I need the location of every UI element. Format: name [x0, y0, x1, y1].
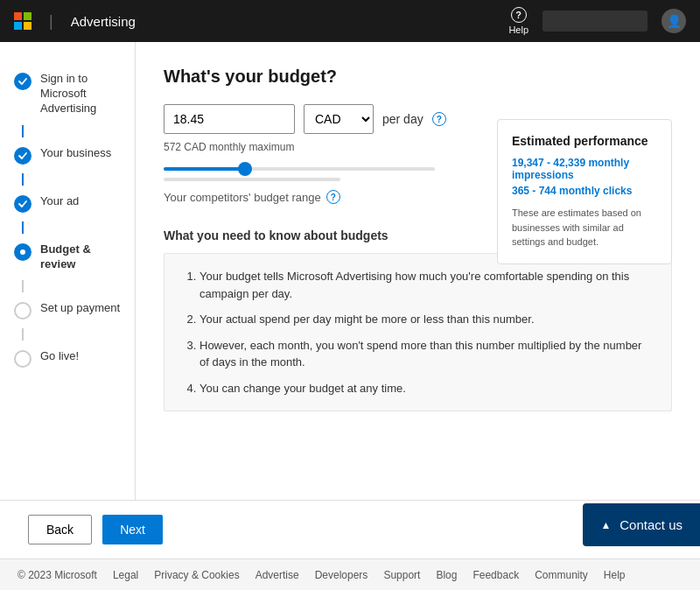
step-inactive-icon	[14, 350, 32, 368]
footer-link-support[interactable]: Support	[383, 569, 420, 581]
sidebar-label-budget-review: Budget & review	[40, 242, 121, 272]
performance-impressions: 19,347 - 42,339 monthly impressions	[512, 157, 657, 181]
page-title: What's your budget?	[164, 67, 672, 87]
sidebar-item-your-business[interactable]: Your business	[0, 137, 135, 173]
main-layout: Sign in to Microsoft Advertising Your bu…	[0, 42, 700, 500]
budget-info-list: Your budget tells Microsoft Advertising …	[164, 253, 672, 411]
currency-select[interactable]: CAD USD	[304, 104, 374, 134]
sidebar-item-budget-review[interactable]: Budget & review	[0, 234, 135, 281]
help-label: Help	[508, 25, 528, 35]
help-icon: ?	[511, 7, 527, 23]
footer-link-community[interactable]: Community	[535, 569, 588, 581]
header-logo: | Advertising	[14, 12, 136, 31]
budget-slider-container	[164, 167, 435, 181]
budget-info-item-1: Your budget tells Microsoft Advertising …	[200, 268, 654, 302]
microsoft-logo	[14, 12, 32, 30]
sidebar-item-payment[interactable]: Set up payment	[0, 292, 135, 328]
footer-link-advertise[interactable]: Advertise	[256, 569, 299, 581]
back-button[interactable]: Back	[28, 515, 92, 544]
budget-info-item-4: You can change your budget at any time.	[200, 380, 654, 397]
contact-us-button[interactable]: ▲ Contact us	[583, 503, 700, 546]
help-button[interactable]: ? Help	[508, 7, 528, 35]
connector-1	[22, 125, 24, 137]
step-active-icon	[14, 243, 32, 261]
contact-chevron-icon: ▲	[600, 519, 611, 531]
performance-note: These are estimates based on businesses …	[512, 206, 657, 249]
connector-4	[22, 280, 24, 292]
svg-point-0	[20, 249, 25, 255]
slider-fill	[164, 167, 245, 171]
connector-3	[22, 221, 24, 234]
connector-2	[22, 173, 24, 186]
step-completed-icon	[14, 73, 32, 90]
content-area: What's your budget? CAD USD per day ? 57…	[136, 42, 700, 500]
header-divider: |	[49, 12, 53, 31]
footer-link-blog[interactable]: Blog	[436, 569, 457, 581]
performance-clicks: 365 - 744 monthly clicks	[512, 185, 657, 197]
budget-info-item-2: Your actual spend per day might be more …	[200, 311, 654, 328]
footer: © 2023 Microsoft Legal Privacy & Cookies…	[0, 558, 700, 590]
period-info-icon[interactable]: ?	[432, 112, 446, 126]
header-right: ? Help 👤	[508, 7, 686, 35]
sidebar-item-sign-in[interactable]: Sign in to Microsoft Advertising	[0, 63, 135, 125]
footer-link-privacy[interactable]: Privacy & Cookies	[154, 569, 239, 581]
step-inactive-icon	[14, 302, 32, 320]
sidebar-item-go-live[interactable]: Go live!	[0, 341, 135, 376]
competitors-text: Your competitors' budget range	[164, 191, 321, 204]
next-button[interactable]: Next	[102, 515, 163, 544]
sidebar-label-your-business: Your business	[40, 146, 111, 161]
sidebar-label-sign-in: Sign in to Microsoft Advertising	[40, 72, 121, 116]
user-bar[interactable]	[542, 11, 648, 32]
slider-thumb[interactable]	[238, 162, 252, 176]
app-name: Advertising	[71, 14, 136, 29]
competitor-range-bar	[164, 178, 340, 181]
footer-link-help[interactable]: Help	[604, 569, 626, 581]
sidebar: Sign in to Microsoft Advertising Your bu…	[0, 42, 136, 500]
budget-info-ol: Your budget tells Microsoft Advertising …	[182, 268, 654, 397]
connector-5	[22, 328, 24, 341]
footer-link-feedback[interactable]: Feedback	[472, 569, 519, 581]
header: | Advertising ? Help 👤	[0, 0, 700, 42]
sidebar-label-your-ad: Your ad	[40, 194, 79, 209]
step-completed-icon	[14, 195, 32, 213]
footer-link-legal[interactable]: Legal	[113, 569, 138, 581]
user-avatar[interactable]: 👤	[662, 9, 686, 33]
slider-track[interactable]	[164, 167, 435, 171]
performance-title: Estimated performance	[512, 134, 657, 148]
contact-us-label: Contact us	[620, 517, 682, 532]
sidebar-label-payment: Set up payment	[40, 301, 120, 316]
performance-box: Estimated performance 19,347 - 42,339 mo…	[497, 119, 672, 264]
sidebar-item-your-ad[interactable]: Your ad	[0, 186, 135, 221]
step-completed-icon	[14, 147, 32, 165]
sidebar-label-go-live: Go live!	[40, 349, 79, 364]
per-day-label: per day	[382, 112, 424, 126]
footer-link-developers[interactable]: Developers	[315, 569, 368, 581]
budget-info-item-3: However, each month, you won't spend mor…	[200, 337, 654, 371]
footer-copyright: © 2023 Microsoft	[18, 569, 97, 581]
competitors-info-icon[interactable]: ?	[326, 190, 340, 204]
budget-input[interactable]	[164, 104, 295, 134]
